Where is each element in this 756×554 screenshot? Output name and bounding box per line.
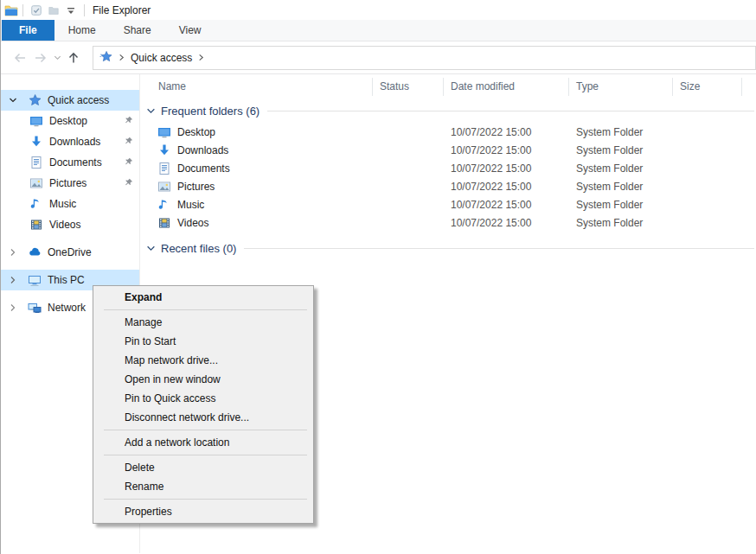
videos-icon xyxy=(29,218,43,232)
chevron-right-icon[interactable] xyxy=(9,248,19,257)
onedrive-cloud-icon xyxy=(28,245,42,259)
sidebar-item-pictures[interactable]: Pictures xyxy=(1,173,139,194)
breadcrumb-chevron-icon[interactable] xyxy=(119,54,125,61)
up-arrow-icon[interactable] xyxy=(63,48,84,68)
sidebar-item-music[interactable]: Music xyxy=(1,194,139,214)
table-row-videos[interactable]: Videos 10/07/2022 15:00 System Folder xyxy=(140,213,756,232)
menu-item-expand[interactable]: Expand xyxy=(93,288,313,307)
menu-item-map-network-drive[interactable]: Map network drive... xyxy=(93,351,313,370)
menu-item-add-a-network-location[interactable]: Add a network location xyxy=(93,433,313,452)
menu-separator xyxy=(104,309,307,310)
group-count: (6) xyxy=(246,105,259,118)
column-header-name[interactable]: Name xyxy=(140,78,373,96)
network-icon xyxy=(28,301,42,315)
menu-item-pin-to-start[interactable]: Pin to Start xyxy=(93,332,313,351)
chevron-down-icon[interactable] xyxy=(146,106,156,116)
chevron-right-icon[interactable] xyxy=(9,276,19,284)
menu-item-open-in-new-window[interactable]: Open in new window xyxy=(93,370,313,389)
file-name: Pictures xyxy=(177,181,215,193)
table-row-downloads[interactable]: Downloads 10/07/2022 15:00 System Folder xyxy=(140,141,756,159)
column-header-type[interactable]: Type xyxy=(569,78,673,96)
column-header-size[interactable]: Size xyxy=(673,78,742,96)
tab-view[interactable]: View xyxy=(165,20,215,41)
sidebar-item-onedrive[interactable]: OneDrive xyxy=(1,242,139,263)
breadcrumb[interactable]: Quick access xyxy=(93,46,756,70)
breadcrumb-chevron-icon[interactable] xyxy=(198,54,204,61)
table-row-documents[interactable]: Documents 10/07/2022 15:00 System Folder xyxy=(140,159,756,177)
file-type: System Folder xyxy=(569,217,673,229)
file-type: System Folder xyxy=(569,162,673,175)
new-folder-icon[interactable] xyxy=(45,3,62,18)
column-header-row: Name Status Date modified Type Size xyxy=(140,74,756,99)
file-type: System Folder xyxy=(569,126,673,138)
menu-item-disconnect-network-drive[interactable]: Disconnect network drive... xyxy=(93,408,313,427)
tab-home[interactable]: Home xyxy=(54,20,110,41)
file-date-modified: 10/07/2022 15:00 xyxy=(444,217,569,229)
window-title: File Explorer xyxy=(93,4,151,16)
title-bar: File Explorer xyxy=(1,0,756,20)
sidebar-item-desktop[interactable]: Desktop xyxy=(1,111,139,131)
menu-item-properties[interactable]: Properties xyxy=(93,502,313,521)
menu-separator xyxy=(104,455,307,455)
file-date-modified: 10/07/2022 15:00 xyxy=(444,126,569,138)
chevron-down-icon[interactable] xyxy=(146,244,156,253)
chevron-down-icon[interactable] xyxy=(9,96,19,105)
recent-locations-chevron-icon[interactable] xyxy=(51,48,63,68)
group-count: (0) xyxy=(223,242,237,255)
downloads-icon xyxy=(157,143,171,157)
file-name: Documents xyxy=(177,162,230,175)
menu-item-pin-to-quick-access[interactable]: Pin to Quick access xyxy=(93,389,313,408)
file-date-modified: 10/07/2022 15:00 xyxy=(444,144,569,156)
group-header-frequent-folders[interactable]: Frequent folders (6) xyxy=(140,99,756,123)
sidebar-item-downloads[interactable]: Downloads xyxy=(1,131,139,152)
properties-check-icon[interactable] xyxy=(28,3,45,18)
documents-icon xyxy=(29,156,43,169)
customize-quick-access-dropdown-icon[interactable] xyxy=(62,3,80,18)
forward-arrow-icon[interactable] xyxy=(30,48,51,68)
sidebar-item-label: Videos xyxy=(49,219,80,231)
menu-item-rename[interactable]: Rename xyxy=(93,477,313,496)
sidebar-item-videos[interactable]: Videos xyxy=(1,214,139,235)
pin-icon xyxy=(124,178,133,190)
group-label: Recent files xyxy=(161,242,220,255)
sidebar-item-label: Desktop xyxy=(49,115,87,127)
ribbon-tab-bar: File Home Share View xyxy=(1,20,756,41)
file-name: Desktop xyxy=(177,126,215,138)
menu-item-manage[interactable]: Manage xyxy=(93,313,313,332)
sidebar-item-quick-access[interactable]: Quick access xyxy=(1,90,139,111)
quick-access-star-icon xyxy=(28,93,42,107)
tab-share[interactable]: Share xyxy=(110,20,165,41)
sidebar-item-documents[interactable]: Documents xyxy=(1,152,139,173)
music-icon xyxy=(157,198,171,212)
chevron-right-icon[interactable] xyxy=(9,303,19,312)
back-arrow-icon[interactable] xyxy=(10,48,30,68)
file-type: System Folder xyxy=(569,144,673,156)
breadcrumb-item-quick-access[interactable]: Quick access xyxy=(131,52,192,64)
file-explorer-window: File Explorer File Home Share View Quic xyxy=(0,0,756,554)
separator xyxy=(22,4,23,16)
column-header-date-modified[interactable]: Date modified xyxy=(444,78,569,96)
group-divider-line xyxy=(267,111,754,111)
sidebar-item-label: Music xyxy=(49,198,76,210)
table-row-pictures[interactable]: Pictures 10/07/2022 15:00 System Folder xyxy=(140,177,756,195)
documents-icon xyxy=(157,162,171,175)
sidebar-item-label: Network xyxy=(48,302,86,314)
file-name: Music xyxy=(177,199,204,211)
desktop-icon xyxy=(157,125,171,139)
separator xyxy=(84,4,85,16)
address-bar-row: Quick access xyxy=(1,41,756,74)
file-type: System Folder xyxy=(569,199,673,211)
pictures-icon xyxy=(157,180,171,194)
table-row-music[interactable]: Music 10/07/2022 15:00 System Folder xyxy=(140,195,756,213)
file-date-modified: 10/07/2022 15:00 xyxy=(444,162,569,175)
column-header-status[interactable]: Status xyxy=(373,78,444,96)
file-date-modified: 10/07/2022 15:00 xyxy=(444,181,569,193)
group-header-recent-files[interactable]: Recent files (0) xyxy=(140,237,756,260)
pin-icon xyxy=(124,137,133,149)
desktop-icon xyxy=(29,114,43,128)
videos-icon xyxy=(157,216,171,230)
tab-file[interactable]: File xyxy=(2,20,54,41)
menu-item-delete[interactable]: Delete xyxy=(93,458,313,477)
this-pc-icon xyxy=(28,273,42,287)
table-row-desktop[interactable]: Desktop 10/07/2022 15:00 System Folder xyxy=(140,123,756,141)
